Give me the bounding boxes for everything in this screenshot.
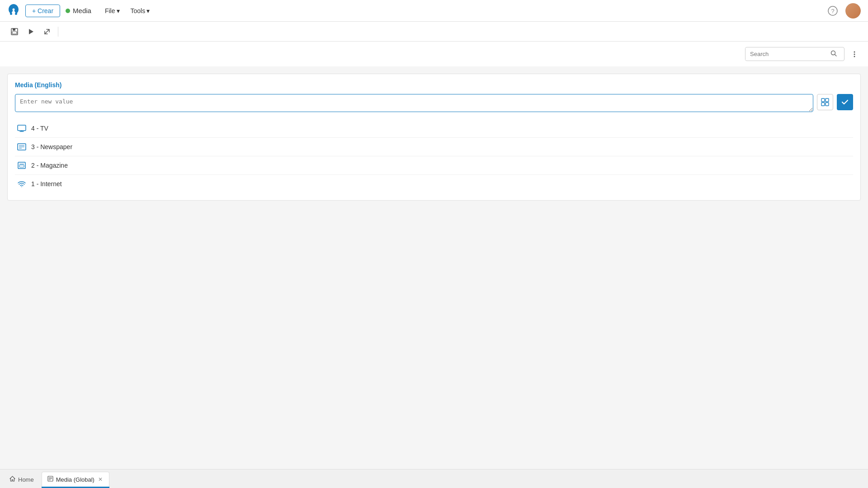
svg-point-2 (13, 8, 15, 10)
list-item[interactable]: 3 - Newspaper (15, 138, 853, 156)
media-card: Media (English) (7, 74, 861, 201)
list-item-label: 1 - Internet (31, 180, 62, 188)
file-menu[interactable]: File ▾ (100, 5, 124, 17)
home-icon (9, 476, 15, 483)
tab-media-label: Media (Global) (56, 476, 94, 483)
media-title: Media (73, 7, 91, 14)
svg-rect-27 (19, 165, 24, 167)
toolbar (0, 22, 868, 42)
list-item[interactable]: 4 - TV (15, 119, 853, 138)
more-options-button[interactable] (848, 48, 861, 61)
icon-picker-button[interactable] (817, 94, 833, 110)
bottom-tabs: Home Media (Global) ✕ (0, 469, 868, 488)
card-title: Media (English) (15, 81, 853, 89)
confirm-button[interactable] (837, 94, 853, 110)
svg-rect-7 (12, 32, 17, 34)
media-tab-icon (47, 476, 53, 483)
search-area (0, 42, 868, 66)
toolbar-divider (58, 27, 58, 37)
nav-menu: File ▾ Tools ▾ (100, 5, 154, 17)
svg-point-11 (854, 51, 855, 52)
tab-media-wrapper: Media (Global) ✕ (42, 472, 109, 488)
media-status-dot (66, 9, 70, 13)
new-value-area (15, 94, 853, 112)
media-list: 4 - TV 3 - Newspaper (15, 119, 853, 193)
svg-rect-25 (18, 162, 25, 169)
svg-rect-16 (821, 103, 825, 106)
main-content: Media (English) (0, 66, 868, 469)
tools-chevron-icon: ▾ (146, 7, 150, 14)
run-button[interactable] (24, 24, 38, 39)
avatar[interactable] (845, 3, 861, 19)
tools-menu[interactable]: Tools ▾ (126, 5, 155, 17)
svg-point-1 (15, 13, 17, 15)
svg-point-13 (854, 56, 855, 57)
search-input[interactable] (745, 48, 827, 60)
svg-rect-17 (826, 103, 829, 106)
save-button[interactable] (7, 24, 22, 39)
help-button[interactable]: ? (826, 4, 840, 18)
magazine-icon (17, 162, 27, 169)
file-chevron-icon: ▾ (117, 7, 120, 14)
tab-home-label: Home (18, 476, 34, 483)
list-item[interactable]: 1 - Internet (15, 175, 853, 193)
list-item-label: 2 - Magazine (31, 162, 68, 169)
internet-icon (17, 180, 27, 188)
tab-close-button[interactable]: ✕ (97, 477, 104, 482)
svg-rect-6 (13, 28, 15, 31)
logo-icon[interactable] (7, 3, 20, 19)
list-item-label: 4 - TV (31, 125, 48, 132)
export-button[interactable] (40, 24, 54, 39)
list-item[interactable]: 2 - Magazine (15, 156, 853, 175)
list-item-label: 3 - Newspaper (31, 143, 72, 150)
tab-home[interactable]: Home (4, 472, 40, 488)
svg-point-12 (854, 53, 855, 55)
search-box (745, 47, 844, 61)
svg-rect-14 (821, 99, 825, 102)
svg-rect-15 (826, 99, 829, 102)
media-label: Media (66, 7, 91, 14)
tv-icon (17, 125, 27, 132)
create-button[interactable]: + Crear (25, 5, 60, 17)
svg-text:?: ? (831, 8, 834, 14)
svg-rect-18 (18, 125, 26, 131)
search-icon-button[interactable] (827, 47, 840, 61)
svg-point-0 (10, 13, 12, 15)
svg-line-10 (835, 55, 837, 56)
nav-right: ? (826, 3, 861, 19)
svg-marker-8 (29, 29, 33, 34)
new-value-input[interactable] (15, 94, 813, 112)
newspaper-icon (17, 143, 27, 150)
top-nav: + Crear Media File ▾ Tools ▾ ? (0, 0, 868, 22)
tab-media[interactable]: Media (Global) ✕ (42, 472, 109, 488)
